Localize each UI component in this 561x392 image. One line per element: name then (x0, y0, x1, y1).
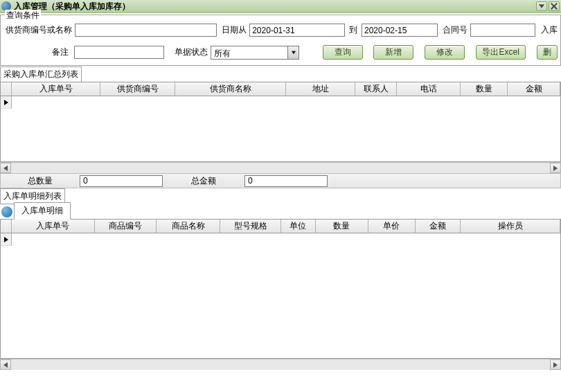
chevron-down-icon (287, 46, 299, 59)
column-header[interactable]: 商品编号 (95, 220, 157, 233)
status-select-value: 所有 (211, 46, 287, 59)
row-selector-column (1, 220, 12, 233)
titlebar-buttons (536, 1, 560, 11)
column-header[interactable]: 入库单号 (12, 220, 95, 233)
summary-grid-body (1, 96, 560, 161)
query-button[interactable]: 查询 (323, 45, 363, 60)
detail-tabs: 入库单明细 (0, 204, 561, 220)
svg-marker-5 (3, 166, 8, 171)
column-header[interactable]: 入库单号 (12, 82, 100, 96)
column-header[interactable]: 数量 (316, 220, 368, 233)
status-select[interactable]: 所有 (211, 46, 299, 60)
globe-icon (1, 206, 12, 217)
column-header[interactable]: 地址 (286, 82, 355, 96)
contract-label: 合同号 (440, 24, 467, 36)
row-marker-icon (1, 96, 12, 109)
remark-input[interactable] (74, 46, 164, 59)
titlebar: 入库管理（采购单入库加库存） (0, 0, 561, 13)
column-header[interactable]: 供货商编号 (100, 82, 175, 96)
column-header[interactable]: 操作员 (461, 220, 560, 233)
column-header[interactable]: 金额 (416, 220, 461, 233)
summary-hscroll[interactable] (0, 162, 561, 173)
export-excel-button[interactable]: 导出Excel (476, 45, 526, 60)
date-from-input[interactable] (249, 24, 345, 37)
row-selector-column (1, 82, 12, 96)
supplier-input[interactable] (75, 24, 217, 37)
minimize-button[interactable] (536, 1, 547, 11)
scroll-left-icon[interactable] (0, 359, 11, 370)
table-row[interactable] (1, 233, 560, 246)
tab-detail-label: 入库单明细 (21, 206, 63, 215)
store-label: 入库 (538, 24, 558, 36)
total-qty-label: 总数量 (3, 175, 77, 187)
scroll-left-icon[interactable] (0, 163, 11, 173)
column-header[interactable]: 单位 (281, 220, 316, 233)
svg-marker-4 (4, 100, 8, 105)
svg-marker-7 (4, 237, 8, 242)
detail-grid-header: 入库单号商品编号商品名称型号规格单位数量单价金额操作员 (1, 220, 560, 233)
detail-grid-body (1, 233, 560, 358)
date-from-label: 日期从 (220, 24, 247, 36)
total-amt-label: 总金额 (166, 175, 242, 187)
status-label: 单据状态 (167, 46, 208, 58)
svg-marker-8 (3, 362, 8, 368)
edit-button[interactable]: 修改 (425, 45, 465, 60)
scroll-track[interactable] (11, 359, 550, 370)
date-to-input[interactable] (362, 24, 438, 37)
contract-input[interactable] (470, 24, 535, 37)
column-header[interactable]: 联系人 (355, 82, 397, 96)
window-title: 入库管理（采购单入库加库存） (14, 1, 533, 12)
scroll-right-icon[interactable] (550, 359, 561, 370)
new-button[interactable]: 新增 (373, 45, 413, 60)
totals-bar: 总数量 0 总金额 0 (0, 173, 561, 188)
svg-marker-9 (553, 362, 558, 368)
scroll-right-icon[interactable] (550, 163, 561, 173)
delete-button[interactable]: 删 (537, 45, 558, 60)
svg-marker-3 (292, 51, 296, 54)
summary-grid: 入库单号供货商编号供货商名称地址联系人电话数量金额 (0, 82, 561, 162)
close-button[interactable] (549, 1, 560, 11)
svg-marker-0 (539, 4, 544, 8)
tab-detail[interactable]: 入库单明细 (14, 202, 71, 220)
supplier-label: 供货商编号或名称 (3, 24, 72, 36)
row-marker-icon (1, 233, 12, 246)
total-qty-value: 0 (80, 175, 163, 187)
column-header[interactable]: 金额 (508, 82, 560, 96)
column-header[interactable]: 电话 (397, 82, 461, 96)
table-row[interactable] (1, 96, 560, 109)
remark-label: 备注 (3, 46, 71, 58)
column-header[interactable]: 单价 (368, 220, 416, 233)
column-header[interactable]: 商品名称 (157, 220, 220, 233)
summary-legend: 采购入库单汇总列表 (0, 66, 82, 82)
detail-grid: 入库单号商品编号商品名称型号规格单位数量单价金额操作员 (0, 220, 561, 359)
date-to-label: 到 (348, 24, 359, 36)
query-legend: 查询条件 (5, 10, 41, 21)
total-amt-value: 0 (244, 175, 328, 187)
detail-hscroll[interactable] (0, 359, 561, 370)
summary-grid-header: 入库单号供货商编号供货商名称地址联系人电话数量金额 (1, 82, 560, 96)
scroll-track[interactable] (11, 163, 550, 173)
column-header[interactable]: 供货商名称 (175, 82, 286, 96)
column-header[interactable]: 型号规格 (220, 220, 281, 233)
column-header[interactable]: 数量 (461, 82, 508, 96)
svg-marker-6 (553, 166, 558, 171)
query-conditions-group: 查询条件 供货商编号或名称 日期从 到 合同号 入库 备注 单据状态 所有 查询… (0, 15, 561, 66)
